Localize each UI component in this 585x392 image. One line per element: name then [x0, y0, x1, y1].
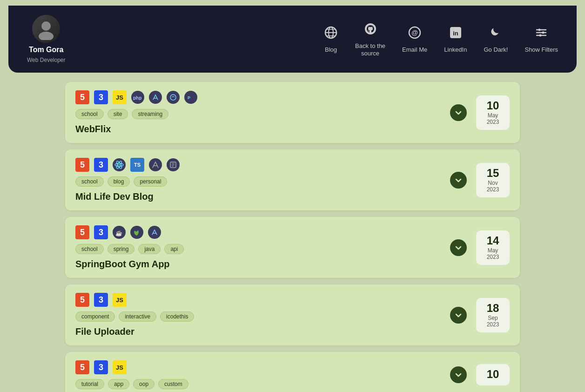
svg-text:@: @ — [411, 29, 418, 36]
nav-filters[interactable]: Show Filters — [524, 25, 558, 53]
card-midlifeblog: 5 3 TS — [65, 149, 520, 210]
profile-name: Tom Gora — [29, 46, 63, 54]
tag-blog[interactable]: blog — [108, 176, 130, 187]
html-icon: 5 — [75, 90, 89, 104]
card-webflix-icons: 5 3 JS php — [75, 90, 441, 104]
date-month: Sep — [488, 315, 498, 321]
linkedin-icon: in — [448, 25, 463, 43]
card-last-tags: tutorial app oop custom — [75, 379, 441, 389]
js-icon: JS — [113, 360, 127, 374]
card-midlifeblog-icons: 5 3 TS — [75, 158, 441, 172]
paypal-icon: P — [184, 91, 197, 104]
custom-icon-3 — [149, 158, 162, 171]
tag-icodethis[interactable]: icodethis — [160, 311, 194, 322]
date-day: 10 — [487, 369, 499, 380]
svg-point-24 — [119, 164, 120, 166]
date-year: 2023 — [487, 321, 499, 328]
card-fileuploader-left: 5 3 JS component interactive icodethis F… — [75, 293, 441, 337]
tag-api[interactable]: api — [164, 244, 184, 254]
nav-source[interactable]: Back to thesource — [355, 21, 385, 57]
tag-component[interactable]: component — [75, 311, 115, 322]
css-icon: 3 — [94, 293, 108, 307]
css-icon: 3 — [94, 90, 108, 104]
date-day: 10 — [487, 100, 499, 111]
svg-point-15 — [538, 29, 541, 31]
profile-role: Web Developer — [27, 57, 66, 63]
card-webflix-toggle[interactable] — [450, 104, 467, 121]
date-day: 14 — [487, 235, 499, 246]
card-midlifeblog-left: 5 3 TS — [75, 158, 441, 202]
card-last-date: 10 — [476, 364, 510, 385]
tag-oop[interactable]: oop — [133, 379, 155, 389]
card-springboot-icons: 5 3 ☕ — [75, 225, 441, 239]
html-icon: 5 — [75, 158, 89, 172]
nav-blog-label: Blog — [325, 46, 337, 53]
card-springboot-title: SpringBoot Gym App — [75, 259, 441, 270]
nav-linkedin-label: LinkedIn — [444, 46, 467, 53]
card-last-toggle[interactable] — [450, 366, 467, 383]
card-springboot-toggle[interactable] — [450, 239, 467, 256]
js-icon: JS — [113, 293, 127, 307]
card-webflix-tags: school site streaming — [75, 109, 441, 119]
tsjs-icon: TS — [130, 158, 144, 172]
card-springboot-tags: school spring java api — [75, 244, 441, 254]
nav-dark[interactable]: Go Dark! — [484, 25, 508, 53]
custom-icon-4 — [167, 158, 180, 171]
css-icon: 3 — [94, 360, 108, 374]
date-day: 15 — [487, 168, 499, 179]
card-midlifeblog-tags: school blog personal — [75, 176, 441, 187]
tag-tutorial[interactable]: tutorial — [75, 379, 104, 389]
tag-school[interactable]: school — [75, 244, 104, 254]
tag-spring[interactable]: spring — [108, 244, 135, 254]
tag-school[interactable]: school — [75, 176, 104, 187]
php-icon: php — [131, 91, 144, 104]
card-fileuploader-icons: 5 3 JS — [75, 293, 441, 307]
card-webflix: 5 3 JS php — [65, 82, 520, 143]
svg-point-19 — [170, 95, 176, 100]
github-icon — [363, 21, 378, 40]
date-month: May — [488, 247, 498, 254]
html-icon: 5 — [75, 293, 89, 307]
svg-text:php: php — [133, 95, 141, 100]
tag-app[interactable]: app — [108, 379, 129, 389]
card-webflix-title: WebFlix — [75, 124, 441, 135]
tag-personal[interactable]: personal — [134, 176, 167, 187]
svg-point-16 — [542, 32, 545, 34]
email-icon: @ — [407, 25, 422, 43]
tag-site[interactable]: site — [108, 109, 128, 119]
card-midlifeblog-title: Mid Life Dev Blog — [75, 191, 441, 202]
card-fileuploader-tags: component interactive icodethis — [75, 311, 441, 322]
custom-icon-2 — [167, 91, 180, 104]
js-icon: JS — [113, 90, 127, 104]
card-fileuploader: 5 3 JS component interactive icodethis F… — [65, 284, 520, 345]
date-month: May — [488, 112, 498, 119]
card-fileuploader-toggle[interactable] — [450, 307, 467, 324]
card-midlifeblog-toggle[interactable] — [450, 172, 467, 189]
tag-school[interactable]: school — [75, 109, 104, 119]
tag-java[interactable]: java — [138, 244, 161, 254]
css-icon: 3 — [94, 158, 108, 172]
nav-linkedin[interactable]: in LinkedIn — [444, 25, 467, 53]
svg-point-7 — [365, 23, 376, 34]
date-year: 2023 — [487, 186, 499, 193]
card-webflix-left: 5 3 JS php — [75, 90, 441, 135]
date-day: 18 — [487, 303, 499, 314]
card-webflix-date: 10 May 2023 — [476, 95, 510, 130]
card-midlifeblog-date: 15 Nov 2023 — [476, 163, 510, 197]
nav-source-label: Back to thesource — [355, 42, 385, 57]
projects-list: 5 3 JS php — [0, 73, 585, 392]
card-last-icons: 5 3 JS — [75, 360, 441, 374]
date-year: 2023 — [487, 119, 499, 125]
card-springboot-left: 5 3 ☕ school — [75, 225, 441, 270]
tag-interactive[interactable]: interactive — [119, 311, 156, 322]
svg-point-1 — [39, 32, 54, 40]
tag-custom[interactable]: custom — [158, 379, 188, 389]
nav-email[interactable]: @ Email Me — [402, 25, 427, 53]
java-icon: ☕ — [113, 226, 126, 239]
nav-blog[interactable]: Blog — [323, 25, 338, 53]
card-last-left: 5 3 JS tutorial app oop custom — [75, 360, 441, 389]
tag-streaming[interactable]: streaming — [132, 109, 168, 119]
nav-filters-label: Show Filters — [524, 46, 558, 53]
svg-point-0 — [41, 21, 51, 31]
css-icon: 3 — [94, 225, 108, 239]
